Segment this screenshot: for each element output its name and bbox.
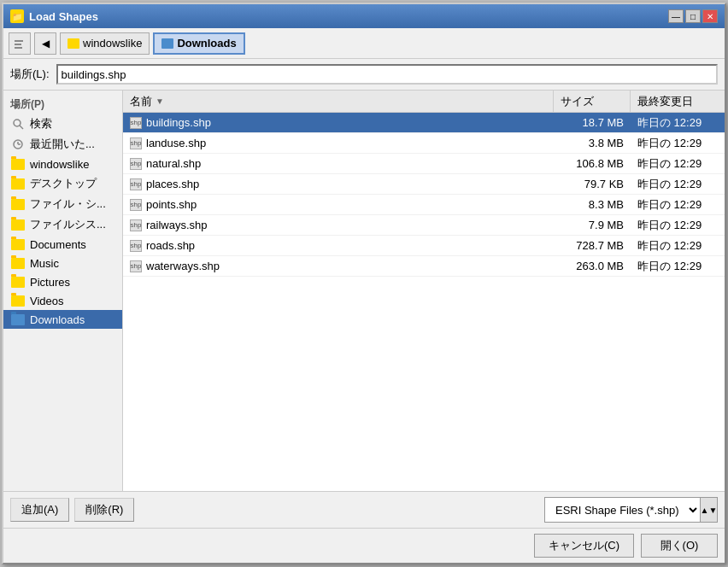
folder-file2-icon xyxy=(10,218,26,231)
sidebar-item-desktop-label: デスクトップ xyxy=(30,176,97,191)
folder-downloads-icon xyxy=(10,313,26,326)
table-row[interactable]: shp railways.shp 7.9 MB 昨日の 12:29 xyxy=(123,215,725,236)
breadcrumb-downloads-active[interactable]: Downloads xyxy=(153,32,244,55)
folder-videos-icon xyxy=(10,294,26,307)
table-row[interactable]: shp points.shp 8.3 MB 昨日の 12:29 xyxy=(123,195,725,215)
breadcrumb-windowslike-label: windowslike xyxy=(83,37,142,50)
edit-button[interactable] xyxy=(9,32,31,55)
location-input[interactable] xyxy=(56,64,719,85)
filter-select-container: ESRI Shape Files (*.shp) All Files (*) ▲… xyxy=(544,497,718,523)
clock-icon xyxy=(10,137,26,151)
table-row[interactable]: shp roads.shp 728.7 MB 昨日の 12:29 xyxy=(123,236,725,256)
close-button[interactable]: ✕ xyxy=(702,9,718,23)
column-date-header[interactable]: 最終変更日 xyxy=(631,91,725,112)
sidebar-item-pictures[interactable]: Pictures xyxy=(3,272,122,291)
sidebar-item-downloads-label: Downloads xyxy=(30,313,85,326)
restore-button[interactable]: □ xyxy=(685,9,701,23)
file-date-cell: 昨日の 12:29 xyxy=(631,197,725,213)
main-content: 場所(P) 検索 xyxy=(3,91,725,491)
bottom-bar: 追加(A) 削除(R) ESRI Shape Files (*.shp) All… xyxy=(3,491,725,528)
folder-documents-icon xyxy=(10,237,26,251)
table-row[interactable]: shp buildings.shp 18.7 MB 昨日の 12:29 xyxy=(123,113,725,133)
sidebar-item-file1-label: ファイル・シ... xyxy=(30,196,106,212)
file-name-cell: shp places.shp xyxy=(123,178,554,190)
open-button[interactable]: 開く(O) xyxy=(641,534,718,558)
shp-file-icon: shp xyxy=(130,137,142,149)
file-name: railways.shp xyxy=(146,219,208,231)
title-buttons: — □ ✕ xyxy=(668,9,718,23)
sidebar-item-desktop[interactable]: デスクトップ xyxy=(3,173,122,194)
sidebar-item-videos[interactable]: Videos xyxy=(3,291,122,310)
breadcrumb-windowslike[interactable]: windowslike xyxy=(60,32,150,55)
sidebar-item-search-label: 検索 xyxy=(30,116,52,132)
table-row[interactable]: shp natural.shp 106.8 MB 昨日の 12:29 xyxy=(123,154,725,174)
file-list: shp buildings.shp 18.7 MB 昨日の 12:29 shp … xyxy=(123,113,725,491)
file-size-cell: 728.7 MB xyxy=(554,239,631,252)
file-date-cell: 昨日の 12:29 xyxy=(631,156,725,172)
file-name-cell: shp natural.shp xyxy=(123,157,554,170)
sidebar-item-music[interactable]: Music xyxy=(3,254,122,272)
file-name-cell: shp landuse.shp xyxy=(123,137,554,149)
svg-rect-1 xyxy=(15,44,21,45)
table-row[interactable]: shp places.shp 79.7 KB 昨日の 12:29 xyxy=(123,174,725,195)
file-date-cell: 昨日の 12:29 xyxy=(631,136,725,151)
sidebar-item-recent[interactable]: 最近開いた... xyxy=(3,134,122,155)
folder-file1-icon xyxy=(10,197,26,211)
file-size-cell: 3.8 MB xyxy=(554,137,631,149)
table-row[interactable]: shp landuse.shp 3.8 MB 昨日の 12:29 xyxy=(123,133,725,154)
shp-file-icon: shp xyxy=(130,199,142,211)
file-name: roads.shp xyxy=(146,239,195,252)
folder-music-icon xyxy=(10,256,26,270)
shp-file-icon: shp xyxy=(130,117,142,129)
file-size-cell: 106.8 MB xyxy=(554,157,631,170)
title-bar: 📁 Load Shapes — □ ✕ xyxy=(3,4,725,28)
column-name-label: 名前 xyxy=(130,94,152,109)
cancel-button[interactable]: キャンセル(C) xyxy=(534,534,634,558)
filter-arrow-icon[interactable]: ▲▼ xyxy=(700,498,717,522)
add-button[interactable]: 追加(A) xyxy=(10,498,69,522)
file-name: places.shp xyxy=(146,178,199,190)
sidebar-item-documents[interactable]: Documents xyxy=(3,235,122,254)
sidebar-label: 場所(P) xyxy=(3,94,122,114)
action-bar: キャンセル(C) 開く(O) xyxy=(3,528,725,563)
sort-arrow-icon: ▼ xyxy=(156,96,164,106)
sidebar-item-recent-label: 最近開いた... xyxy=(30,137,95,152)
file-name-cell: shp waterways.shp xyxy=(123,260,554,272)
table-row[interactable]: shp waterways.shp 263.0 MB 昨日の 12:29 xyxy=(123,256,725,277)
folder-icon xyxy=(68,38,79,49)
sidebar-item-file2[interactable]: ファイルシス... xyxy=(3,214,122,235)
svg-rect-0 xyxy=(15,40,23,42)
shp-file-icon: shp xyxy=(130,260,142,272)
sidebar-item-documents-label: Documents xyxy=(30,238,86,251)
filter-select[interactable]: ESRI Shape Files (*.shp) All Files (*) xyxy=(545,498,700,522)
shp-file-icon: shp xyxy=(130,178,142,190)
back-button[interactable]: ◀ xyxy=(34,32,56,55)
file-date-cell: 昨日の 12:29 xyxy=(631,218,725,233)
file-name-cell: shp buildings.shp xyxy=(123,116,554,129)
sidebar-item-windowslike-label: windowslike xyxy=(30,158,89,171)
file-name: landuse.shp xyxy=(146,137,206,149)
sidebar-item-videos-label: Videos xyxy=(30,295,64,307)
folder-desktop-icon xyxy=(10,177,26,190)
file-size-cell: 8.3 MB xyxy=(554,198,631,211)
svg-point-3 xyxy=(14,120,21,126)
toolbar: ◀ windowslike Downloads xyxy=(3,28,725,59)
delete-button[interactable]: 削除(R) xyxy=(74,498,134,522)
column-name-header[interactable]: 名前 ▼ xyxy=(123,91,554,112)
sidebar-item-file1[interactable]: ファイル・シ... xyxy=(3,194,122,214)
sidebar-item-pictures-label: Pictures xyxy=(30,276,70,289)
svg-rect-2 xyxy=(15,47,22,49)
svg-line-4 xyxy=(20,126,23,129)
file-panel: 名前 ▼ サイズ 最終変更日 shp buildings.shp 18.7 MB… xyxy=(123,91,725,491)
folder-yellow-icon xyxy=(10,157,26,171)
breadcrumb-downloads-label: Downloads xyxy=(177,37,236,50)
file-date-cell: 昨日の 12:29 xyxy=(631,177,725,192)
sidebar-item-search[interactable]: 検索 xyxy=(3,114,122,134)
title-bar-left: 📁 Load Shapes xyxy=(10,9,98,23)
sidebar-item-downloads[interactable]: Downloads xyxy=(3,310,122,329)
sidebar-item-windowslike[interactable]: windowslike xyxy=(3,155,122,173)
search-icon xyxy=(10,117,26,131)
load-shapes-dialog: 📁 Load Shapes — □ ✕ ◀ windowslike Downlo… xyxy=(2,3,726,564)
minimize-button[interactable]: — xyxy=(668,9,684,23)
column-size-header[interactable]: サイズ xyxy=(554,91,631,112)
